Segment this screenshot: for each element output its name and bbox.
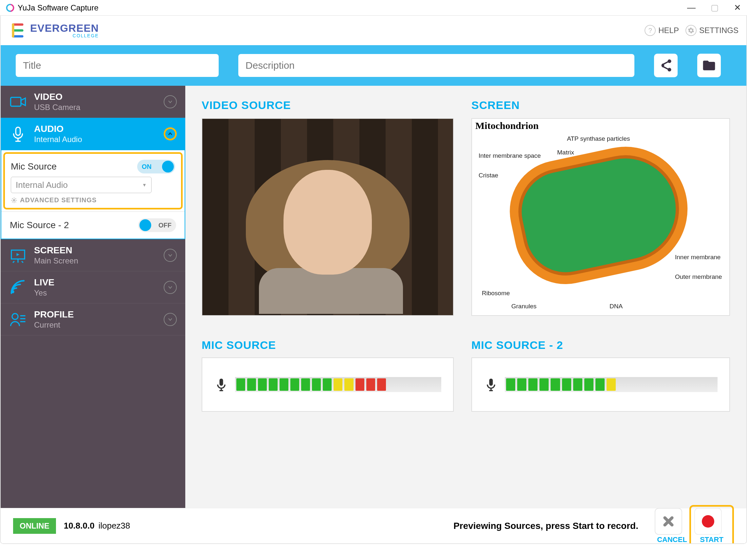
preview-area: VIDEO SOURCE SCREEN Mitochondrion ATP sy… [185,86,746,508]
audio-title: AUDIO [34,123,82,135]
diagram-label: Inner membrane [675,254,720,261]
mic1-level-meter [202,357,454,412]
chevron-up-icon [164,127,177,140]
svg-point-6 [12,314,18,319]
svg-rect-0 [11,97,21,106]
college-logo: EVERGREEN COLLEGE [8,21,99,39]
mic1-toggle[interactable]: ON [137,160,175,174]
action-bar [1,45,746,86]
mic2-label: Mic Source - 2 [10,220,69,231]
folder-icon [702,58,716,73]
screen-preview-title: Mitochondrion [472,119,729,133]
audio-sub: Internal Audio [34,135,82,144]
microphone-icon [214,377,229,392]
settings-label: SETTINGS [699,26,739,35]
microphone-icon [9,125,27,143]
titlebar: YuJa Software Capture — ▢ ✕ [0,0,747,16]
mic-source-2-heading: MIC SOURCE - 2 [471,339,730,351]
screen-heading: SCREEN [471,99,730,112]
mic1-select-value: Internal Audio [16,180,68,190]
college-icon [8,21,27,39]
diagram-label: Cristae [479,172,498,179]
chevron-down-icon [164,313,177,326]
diagram-label: Matrix [557,149,574,156]
svg-point-5 [11,290,15,293]
sidebar-item-profile[interactable]: PROFILE Current [1,303,185,336]
mic-source-2-group: Mic Source - 2 OFF [1,211,185,239]
screen-sub: Main Screen [34,256,78,266]
chevron-down-icon [164,95,177,108]
description-input[interactable] [238,54,635,77]
username-text: ilopez38 [99,521,130,531]
close-button[interactable]: ✕ [734,3,741,13]
mic2-toggle-label: OFF [158,221,172,229]
diagram-label: DNA [610,303,623,310]
microphone-icon [484,377,498,392]
advanced-settings-button[interactable]: ADVANCED SETTINGS [11,196,175,204]
college-sub: COLLEGE [73,33,99,38]
close-icon [661,514,676,529]
broadcast-icon [9,278,27,296]
college-name: EVERGREEN [30,23,99,33]
profile-icon [9,311,27,328]
chevron-down-icon [164,281,177,294]
share-button[interactable] [654,54,678,77]
footer: ONLINE 10.8.0.0 ilopez38 Previewing Sour… [1,508,746,543]
diagram-label: Outer membrane [675,273,722,281]
folder-button[interactable] [697,54,721,77]
screen-preview: Mitochondrion ATP synthase particles Mat… [471,118,730,316]
sidebar-item-audio[interactable]: AUDIO Internal Audio [1,118,185,150]
screen-title: SCREEN [34,244,78,256]
mic1-source-select[interactable]: Internal Audio ▼ [11,177,152,193]
live-title: LIVE [34,276,54,288]
settings-button[interactable]: SETTINGS [686,25,739,36]
help-label: HELP [658,26,679,35]
minimize-button[interactable]: — [687,3,696,13]
share-icon [659,58,673,73]
app-logo-icon [6,4,15,12]
mic2-toggle[interactable]: OFF [138,218,176,232]
svg-marker-4 [17,253,20,256]
screen-icon [9,246,27,264]
svg-rect-7 [220,379,223,386]
maximize-button[interactable]: ▢ [711,3,719,13]
sidebar-item-live[interactable]: LIVE Yes [1,271,185,303]
mic2-level-meter [471,357,730,412]
chevron-down-icon [164,249,177,262]
header: EVERGREEN COLLEGE ? HELP SETTINGS [1,16,746,45]
diagram-label: Ribosome [482,290,510,297]
video-source-preview [202,118,454,316]
svg-rect-1 [16,127,20,135]
sidebar-item-video[interactable]: VIDEO USB Camera [1,86,185,118]
profile-sub: Current [34,320,74,330]
record-icon [702,515,714,528]
start-button[interactable] [694,508,722,535]
mic-source-1-group: Mic Source ON Internal Audio ▼ ADVANCED … [3,152,183,210]
gear-icon [686,25,697,36]
status-text: Previewing Sources, press Start to recor… [454,521,638,531]
help-button[interactable]: ? HELP [645,25,679,36]
mic1-toggle-label: ON [142,163,152,170]
cancel-button[interactable] [655,508,682,535]
diagram-label: ATP synthase particles [567,135,630,142]
profile-title: PROFILE [34,309,74,320]
live-sub: Yes [34,288,54,298]
diagram-label: Granules [511,303,537,310]
video-title: VIDEO [34,91,80,102]
dropdown-arrow-icon: ▼ [142,182,147,188]
toggle-knob [139,219,151,231]
audio-settings-panel: Mic Source ON Internal Audio ▼ ADVANCED … [1,150,185,239]
video-source-heading: VIDEO SOURCE [202,99,454,112]
advanced-label: ADVANCED SETTINGS [20,196,97,204]
video-sub: USB Camera [34,102,80,112]
svg-point-2 [14,199,15,201]
mic-source-1-heading: MIC SOURCE [202,339,454,351]
toggle-knob [162,161,174,172]
sidebar: VIDEO USB Camera AUDIO Internal Audio Mi… [1,86,185,508]
svg-rect-8 [489,379,493,386]
cancel-label: CANCEL [657,535,687,544]
window-title: YuJa Software Capture [18,3,99,12]
sidebar-item-screen[interactable]: SCREEN Main Screen [1,239,185,271]
title-input[interactable] [16,54,219,77]
gear-icon [11,197,17,204]
